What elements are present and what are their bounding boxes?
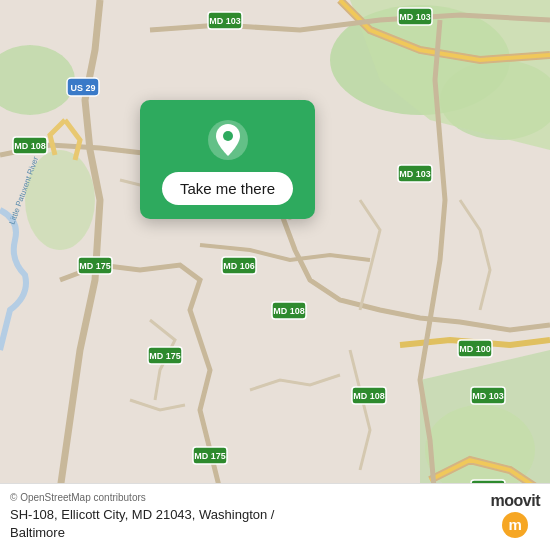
moovit-wordmark: moovit [491, 492, 540, 510]
address-line2: Baltimore [10, 525, 65, 540]
map-container: US 29 MD 103 MD 103 MD 108 MD 108 MD 103… [0, 0, 550, 550]
svg-text:MD 108: MD 108 [273, 306, 305, 316]
address-text: SH-108, Ellicott City, MD 21043, Washing… [10, 506, 481, 542]
osm-credit: © OpenStreetMap contributors [10, 492, 481, 503]
take-me-there-button[interactable]: Take me there [162, 172, 293, 205]
location-card: Take me there [140, 100, 315, 219]
svg-text:MD 175: MD 175 [149, 351, 181, 361]
svg-text:MD 108: MD 108 [14, 141, 46, 151]
svg-text:MD 103: MD 103 [472, 391, 504, 401]
svg-text:MD 175: MD 175 [79, 261, 111, 271]
moovit-logo: moovit m [491, 492, 540, 538]
svg-text:MD 103: MD 103 [399, 12, 431, 22]
svg-text:MD 175: MD 175 [194, 451, 226, 461]
svg-point-40 [223, 131, 233, 141]
location-pin-icon [206, 118, 250, 162]
svg-text:MD 103: MD 103 [209, 16, 241, 26]
svg-text:MD 108: MD 108 [353, 391, 385, 401]
map-svg: US 29 MD 103 MD 103 MD 108 MD 108 MD 103… [0, 0, 550, 550]
svg-text:MD 106: MD 106 [223, 261, 255, 271]
svg-text:US 29: US 29 [70, 83, 95, 93]
bottom-bar: © OpenStreetMap contributors SH-108, Ell… [0, 483, 550, 550]
moovit-m-icon: m [502, 512, 528, 538]
bottom-left-info: © OpenStreetMap contributors SH-108, Ell… [10, 492, 481, 542]
address-line1: SH-108, Ellicott City, MD 21043, Washing… [10, 507, 274, 522]
osm-credit-text: © OpenStreetMap contributors [10, 492, 146, 503]
svg-text:MD 103: MD 103 [399, 169, 431, 179]
svg-text:MD 100: MD 100 [459, 344, 491, 354]
